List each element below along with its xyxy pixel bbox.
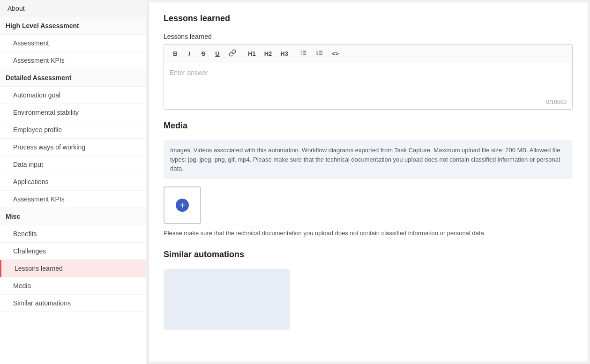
- media-section: Media Images, Videos associated with thi…: [164, 121, 573, 237]
- editor-area[interactable]: Enter answer 0/10000: [164, 63, 573, 110]
- sidebar-item-lessons-learned[interactable]: Lessons learned: [0, 260, 146, 277]
- sidebar-item-detailed[interactable]: Detailed Assessment: [0, 69, 146, 87]
- toolbar-h2[interactable]: H2: [261, 48, 276, 59]
- page-title: Lessons learned: [164, 14, 573, 23]
- editor-toolbar: B I S U H1 H2 H3 1.2.3. <>: [164, 44, 573, 63]
- toolbar-italic[interactable]: I: [183, 48, 196, 59]
- sidebar-item-benefits[interactable]: Benefits: [0, 225, 146, 243]
- toolbar-bullet-list[interactable]: [296, 47, 311, 60]
- media-title: Media: [164, 121, 573, 131]
- upload-plus-icon: +: [176, 199, 189, 212]
- sidebar-item-challenges[interactable]: Challenges: [0, 243, 146, 260]
- toolbar-link[interactable]: [225, 47, 240, 60]
- lessons-label: Lessons learned: [164, 33, 573, 40]
- svg-point-5: [301, 54, 302, 55]
- sidebar-item-employee[interactable]: Employee profile: [0, 121, 146, 139]
- sidebar-item-high-level[interactable]: High Level Assessment: [0, 17, 146, 35]
- sidebar-item-automation-goal[interactable]: Automation goal: [0, 87, 146, 104]
- similar-automations-placeholder: [164, 269, 290, 330]
- toolbar-h1[interactable]: H1: [244, 48, 260, 59]
- sidebar-item-assessment[interactable]: Assessment: [0, 35, 146, 52]
- sidebar-item-about[interactable]: About: [0, 0, 146, 17]
- media-disclaimer: Please make sure that the technical docu…: [164, 230, 573, 237]
- upload-button[interactable]: +: [164, 186, 201, 224]
- char-count: 0/10000: [546, 99, 567, 105]
- sidebar-item-media[interactable]: Media: [0, 277, 146, 295]
- sidebar-item-assessment-kpis-2[interactable]: Assessment KPIs: [0, 191, 146, 208]
- sidebar-item-applications[interactable]: Applications: [0, 173, 146, 191]
- sidebar-item-data-input[interactable]: Data input: [0, 156, 146, 173]
- sidebar: AboutHigh Level AssessmentAssessmentAsse…: [0, 0, 146, 364]
- toolbar-underline[interactable]: U: [211, 48, 224, 59]
- sidebar-item-similar-automations[interactable]: Similar automations: [0, 295, 146, 312]
- media-info: Images, Videos associated with this auto…: [164, 140, 573, 179]
- svg-point-3: [301, 51, 302, 52]
- similar-title: Similar automations: [164, 250, 573, 260]
- sidebar-item-misc[interactable]: Misc: [0, 208, 146, 225]
- main-content: Lessons learned Lessons learned B I S U …: [148, 2, 588, 362]
- sidebar-item-assessment-kpis-1[interactable]: Assessment KPIs: [0, 52, 146, 69]
- toolbar-code[interactable]: <>: [328, 48, 343, 59]
- similar-section: Similar automations: [164, 250, 573, 330]
- sidebar-item-process-ways[interactable]: Process ways of working: [0, 139, 146, 156]
- svg-point-4: [301, 52, 302, 53]
- sidebar-item-environmental[interactable]: Environmental stability: [0, 104, 146, 121]
- editor-placeholder: Enter answer: [170, 69, 208, 76]
- toolbar-strikethrough[interactable]: S: [197, 48, 210, 59]
- toolbar-h3[interactable]: H3: [276, 48, 292, 59]
- toolbar-ordered-list[interactable]: 1.2.3.: [312, 47, 327, 60]
- svg-text:3.: 3.: [316, 53, 318, 56]
- lessons-section: Lessons learned B I S U H1 H2 H3 1.2.3. …: [164, 33, 573, 110]
- toolbar-bold[interactable]: B: [169, 48, 182, 59]
